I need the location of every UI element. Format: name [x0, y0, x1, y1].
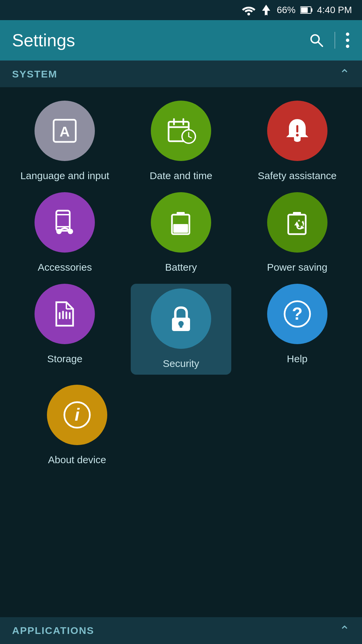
storage-icon-circle	[35, 284, 95, 344]
svg-point-7	[346, 39, 349, 42]
language-icon: A	[50, 116, 80, 146]
help-label: Help	[287, 352, 308, 365]
toolbar-divider	[335, 32, 335, 49]
language-input-label: Language and input	[20, 169, 109, 182]
about-device-icon-circle: i	[47, 385, 107, 445]
app-bar-actions	[308, 32, 350, 49]
settings-item-language-input[interactable]: A Language and input	[14, 101, 115, 182]
svg-point-26	[68, 229, 73, 234]
wifi-icon	[242, 5, 255, 15]
security-icon-circle	[151, 288, 211, 349]
help-icon: ?	[282, 299, 312, 329]
safety-assistance-icon-circle	[267, 101, 327, 161]
power-saving-icon-circle	[267, 192, 327, 253]
time-display: 4:40 PM	[317, 5, 352, 15]
svg-point-21	[296, 134, 299, 137]
system-section-header[interactable]: SYSTEM ⌃	[0, 60, 362, 87]
svg-text:i: i	[75, 405, 80, 424]
system-grid: A Language and input Date	[0, 87, 362, 490]
accessories-label: Accessories	[38, 261, 92, 274]
settings-item-power-saving[interactable]: Power saving	[247, 192, 348, 274]
svg-point-8	[346, 45, 349, 48]
svg-rect-29	[173, 224, 188, 233]
svg-rect-40	[180, 324, 182, 328]
airplane-icon	[260, 4, 272, 16]
grid-row-4: i About device	[7, 385, 355, 466]
settings-item-date-time[interactable]: Date and time	[131, 101, 231, 182]
grid-row-1: A Language and input Date	[7, 101, 355, 182]
svg-text:A: A	[60, 124, 70, 140]
settings-item-safety-assistance[interactable]: Safety assistance	[247, 101, 348, 182]
battery-status-icon	[300, 5, 312, 15]
date-time-icon-circle	[151, 101, 211, 161]
battery-icon-circle	[151, 192, 211, 253]
applications-section-title: APPLICATIONS	[12, 625, 94, 636]
safety-assistance-label: Safety assistance	[258, 169, 337, 182]
status-icons: 66% 4:40 PM	[242, 4, 352, 16]
battery-label: Battery	[165, 261, 197, 274]
svg-rect-2	[311, 8, 312, 12]
settings-item-security[interactable]: Security	[131, 284, 231, 375]
svg-point-6	[346, 33, 349, 36]
power-saving-icon	[282, 207, 312, 237]
grid-row-3: Storage Security	[7, 284, 355, 375]
svg-rect-3	[301, 7, 308, 13]
settings-item-help[interactable]: ? Help	[247, 284, 348, 365]
search-icon[interactable]	[308, 32, 324, 48]
system-collapse-icon[interactable]: ⌃	[339, 67, 350, 82]
svg-point-25	[56, 229, 62, 234]
system-section-title: SYSTEM	[12, 68, 57, 80]
power-saving-label: Power saving	[267, 261, 327, 274]
svg-rect-31	[293, 212, 301, 215]
app-bar: Settings	[0, 20, 362, 60]
settings-item-accessories[interactable]: Accessories	[14, 192, 115, 274]
settings-item-battery[interactable]: Battery	[131, 192, 231, 274]
date-time-icon	[166, 116, 196, 146]
settings-item-storage[interactable]: Storage	[14, 284, 115, 365]
storage-label: Storage	[47, 352, 82, 365]
about-icon: i	[62, 400, 92, 430]
svg-line-5	[318, 42, 322, 46]
security-icon	[166, 304, 196, 334]
accessories-icon-circle	[35, 192, 95, 253]
svg-point-19	[294, 138, 301, 142]
date-time-label: Date and time	[150, 169, 213, 182]
svg-rect-20	[296, 125, 298, 132]
page-title: Settings	[12, 30, 308, 50]
applications-section-header[interactable]: APPLICATIONS ⌃	[0, 617, 362, 644]
svg-point-0	[247, 13, 250, 15]
language-input-icon-circle: A	[35, 101, 95, 161]
status-bar: 66% 4:40 PM	[0, 0, 362, 20]
more-options-icon[interactable]	[345, 32, 350, 49]
battery-percentage: 66%	[277, 5, 296, 15]
storage-icon	[50, 299, 80, 329]
help-icon-circle: ?	[267, 284, 327, 344]
svg-rect-28	[177, 212, 185, 215]
settings-item-about-device[interactable]: i About device	[27, 385, 127, 466]
applications-collapse-icon[interactable]: ⌃	[339, 623, 350, 638]
svg-text:?: ?	[292, 304, 303, 323]
security-label: Security	[163, 357, 199, 370]
grid-row-2: Accessories Battery	[7, 192, 355, 274]
battery-icon	[166, 207, 196, 237]
about-device-label: About device	[48, 453, 106, 466]
safety-icon	[282, 116, 312, 146]
accessories-icon	[50, 207, 80, 237]
